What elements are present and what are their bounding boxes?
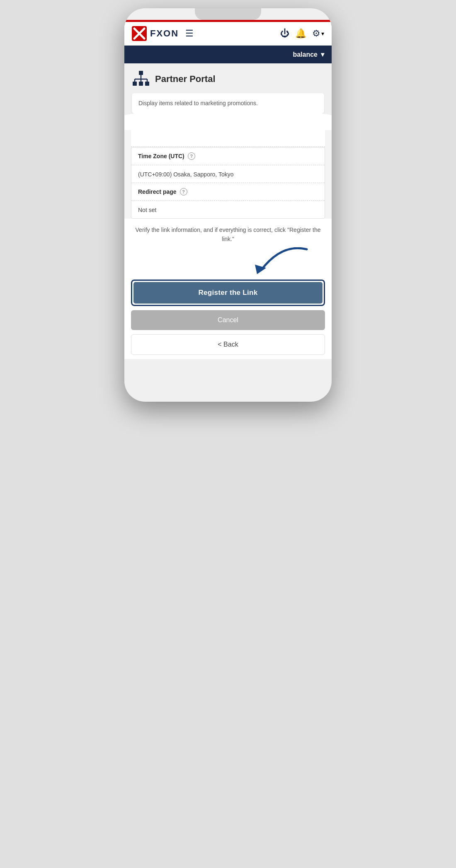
svg-rect-6: [145, 82, 149, 86]
timezone-help-icon[interactable]: ?: [188, 152, 195, 160]
svg-rect-5: [139, 82, 143, 86]
table-row: (UTC+09:00) Osaka, Sapporo, Tokyo: [131, 165, 325, 183]
gear-icon: ⚙: [312, 28, 320, 39]
arrow-container: [124, 247, 332, 276]
partner-portal-title: Partner Portal: [155, 74, 216, 84]
svg-rect-3: [139, 71, 143, 75]
fxon-logo-icon: [132, 26, 148, 41]
logo-area: FXON ☰: [132, 26, 194, 41]
settings-dropdown[interactable]: ⚙ ▾: [312, 28, 324, 39]
table-row: Time Zone (UTC) ?: [131, 147, 325, 165]
balance-chevron-icon: ▾: [321, 51, 324, 58]
app-header: FXON ☰ ⏻ 🔔 ⚙ ▾: [124, 22, 332, 46]
timezone-value: (UTC+09:00) Osaka, Sapporo, Tokyo: [138, 171, 318, 178]
table-row: Redirect page ?: [131, 183, 325, 201]
header-icons: ⏻ 🔔 ⚙ ▾: [280, 28, 324, 39]
button-area: Register the Link Cancel < Back: [124, 276, 332, 359]
partner-section: Partner Portal Display items related to …: [124, 63, 332, 113]
register-link-button[interactable]: Register the Link: [133, 282, 323, 304]
curved-arrow-icon: [249, 247, 315, 276]
table-row: Not set: [131, 201, 325, 218]
cancel-button[interactable]: Cancel: [131, 310, 325, 330]
partner-portal-icon: [132, 70, 150, 88]
hamburger-menu-button[interactable]: ☰: [185, 28, 194, 39]
partner-header: Partner Portal: [132, 70, 324, 88]
phone-frame: FXON ☰ ⏻ 🔔 ⚙ ▾ balance ▾: [124, 8, 332, 402]
redirect-page-label: Redirect page ?: [138, 188, 318, 195]
logo[interactable]: FXON: [132, 26, 179, 41]
scrolled-top-area: [131, 130, 325, 147]
register-button-wrapper: Register the Link: [131, 280, 325, 306]
svg-rect-4: [133, 82, 137, 86]
timezone-label: Time Zone (UTC) ?: [138, 152, 318, 160]
logo-text: FXON: [150, 28, 179, 39]
settings-chevron-icon: ▾: [321, 30, 324, 37]
redirect-page-help-icon[interactable]: ?: [180, 188, 187, 195]
redirect-page-value: Not set: [138, 207, 318, 213]
balance-bar[interactable]: balance ▾: [124, 46, 332, 63]
power-icon[interactable]: ⏻: [280, 28, 289, 39]
info-card: Display items related to marketing promo…: [132, 93, 324, 113]
wave-svg: [124, 113, 332, 130]
phone-notch: [195, 8, 261, 20]
back-button[interactable]: < Back: [131, 334, 325, 355]
info-card-text: Display items related to marketing promo…: [138, 100, 258, 106]
balance-label: balance: [293, 51, 318, 58]
phone-screen: FXON ☰ ⏻ 🔔 ⚙ ▾ balance ▾: [124, 20, 332, 359]
verify-instructions: Verify the link information, and if ever…: [124, 219, 332, 247]
bell-icon[interactable]: 🔔: [295, 28, 306, 39]
form-data-table: Time Zone (UTC) ? (UTC+09:00) Osaka, Sap…: [131, 147, 325, 219]
wave-separator: [124, 113, 332, 130]
